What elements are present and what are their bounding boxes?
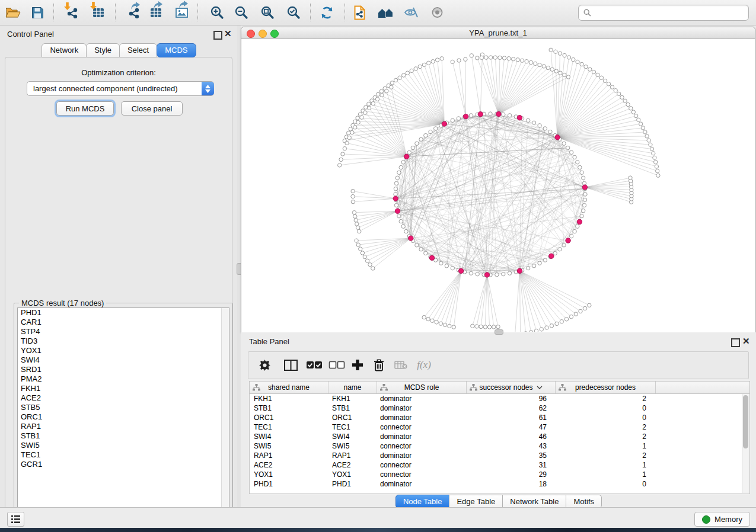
create-column-plus-icon[interactable] (350, 356, 365, 374)
control-panel: Control Panel ✕ NetworkStyleSelectMCDS O… (0, 25, 238, 507)
mcds-result-item: SWI4 (18, 355, 229, 365)
optimization-criterion-label: Optimization criterion: (5, 68, 232, 77)
table-row[interactable]: SWI5SWI5connector431 (250, 441, 749, 451)
table-row[interactable]: FKH1FKH1dominator962 (250, 394, 749, 403)
mcds-result-list[interactable]: PHD1CAR1STP4TID3YOX1SWI4SRD1PMA2FKH1ACE2… (17, 307, 229, 520)
cell-successor-nodes: 47 (465, 422, 553, 432)
table-row[interactable]: SWI4SWI4dominator462 (250, 432, 749, 441)
table-scrollbar-thumb[interactable] (743, 395, 748, 448)
import-table-icon[interactable] (88, 2, 109, 23)
mcds-result-group: MCDS result (17 nodes) PHD1CAR1STP4TID3Y… (14, 303, 233, 523)
table-row[interactable]: ACE2ACE2connector311 (250, 460, 749, 470)
table-row[interactable]: ORC1ORC1dominator610 (250, 413, 749, 422)
column-header-filler (656, 382, 749, 393)
tab-style[interactable]: Style (86, 43, 120, 57)
delete-column-trash-icon[interactable] (372, 356, 386, 374)
column-header-shared-name[interactable]: shared name (250, 382, 328, 393)
table-scrollbar[interactable] (742, 394, 749, 493)
table-row[interactable]: TEC1TEC1connector472 (250, 422, 749, 432)
column-header-successor-nodes[interactable]: successor nodes (467, 382, 556, 393)
optimization-criterion-select[interactable]: largest connected component (undirected) (27, 81, 214, 96)
close-panel-button[interactable]: ✕ (224, 28, 232, 39)
task-history-button[interactable] (7, 512, 24, 527)
mcds-result-item: SRD1 (18, 365, 229, 374)
node-table: shared namenameMCDS rolesuccessor nodesp… (249, 381, 750, 494)
optimization-criterion-value: largest connected component (undirected) (27, 84, 202, 93)
mcds-result-item: STP4 (18, 327, 229, 336)
delete-table-icon (393, 356, 409, 374)
cell-successor-nodes: 61 (465, 413, 553, 422)
tab-motifs[interactable]: Motifs (566, 495, 602, 508)
export-network-icon[interactable] (123, 2, 145, 23)
deselect-all-icon[interactable] (327, 356, 346, 374)
tab-network[interactable]: Network (42, 43, 87, 57)
mcds-result-item: PMA2 (18, 374, 229, 384)
toolbar-separator (197, 4, 198, 21)
search-icon (583, 9, 591, 17)
column-header-MCDS-role[interactable]: MCDS role (377, 382, 467, 393)
cell-predecessor-nodes: 0 (553, 413, 653, 422)
close-panel-button-2[interactable]: Close panel (121, 101, 183, 116)
cell-MCDS-role: dominator (376, 432, 465, 441)
column-header-name[interactable]: name (328, 382, 377, 393)
cell-successor-nodes: 96 (465, 394, 553, 403)
export-image-icon[interactable] (171, 2, 192, 23)
zoom-selected-icon[interactable] (283, 2, 304, 23)
cell-shared-name: TEC1 (250, 422, 328, 432)
table-row[interactable]: STB1STB1dominator620 (250, 403, 749, 413)
tab-network-table[interactable]: Network Table (502, 495, 566, 508)
table-panel-float-button[interactable] (731, 338, 740, 347)
toolbar-separator (344, 4, 345, 21)
cell-MCDS-role: dominator (376, 403, 465, 413)
tab-node-table[interactable]: Node Table (395, 495, 450, 508)
mcds-list-scrollbar[interactable] (221, 308, 229, 519)
horizontal-splitter-grip[interactable] (495, 329, 503, 335)
zoom-in-icon[interactable] (206, 2, 228, 23)
show-columns-icon[interactable] (282, 356, 299, 374)
run-mcds-button[interactable]: Run MCDS (56, 101, 114, 116)
select-all-icon[interactable] (305, 356, 324, 374)
table-panel-title: Table Panel (249, 337, 289, 346)
table-settings-gear-icon[interactable] (257, 356, 272, 374)
first-neighbors-icon[interactable] (375, 2, 396, 23)
open-file-icon[interactable] (2, 2, 24, 23)
tab-select[interactable]: Select (119, 43, 157, 57)
refresh-icon[interactable] (316, 2, 337, 23)
network-file-icon[interactable] (349, 2, 370, 23)
control-panel-tabs: NetworkStyleSelectMCDS (0, 43, 237, 57)
memory-status-icon (702, 515, 710, 524)
tab-edge-table[interactable]: Edge Table (449, 495, 503, 508)
export-table-icon[interactable] (145, 2, 167, 23)
tab-mcds[interactable]: MCDS (157, 43, 196, 57)
memory-button[interactable]: Memory (694, 512, 750, 527)
cell-predecessor-nodes: 1 (553, 470, 653, 479)
cell-MCDS-role: dominator (376, 413, 465, 422)
table-row[interactable]: RAP1RAP1dominator352 (250, 451, 749, 460)
import-network-icon[interactable] (62, 2, 83, 23)
show-all-eye-icon (426, 2, 448, 23)
network-window-titlebar[interactable]: YPA_prune.txt_1 (241, 27, 755, 39)
cell-MCDS-role: connector (376, 460, 465, 470)
zoom-out-icon[interactable] (231, 2, 252, 23)
column-header-predecessor-nodes[interactable]: predecessor nodes (556, 382, 656, 393)
cell-MCDS-role: connector (376, 441, 465, 451)
cell-MCDS-role: connector (376, 422, 465, 432)
control-panel-title: Control Panel (7, 30, 54, 39)
table-row[interactable]: PHD1PHD1dominator180 (250, 479, 749, 489)
cell-successor-nodes: 29 (465, 470, 553, 479)
mcds-result-item: RAP1 (18, 422, 229, 431)
hide-selected-icon[interactable] (400, 2, 422, 23)
float-panel-button[interactable] (213, 31, 222, 40)
zoom-fit-icon[interactable] (257, 2, 278, 23)
column-tree-icon (559, 384, 566, 391)
toolbar-separator (53, 4, 54, 21)
network-canvas[interactable] (241, 39, 754, 332)
table-panel-close-button[interactable]: ✕ (742, 336, 750, 347)
save-icon[interactable] (27, 2, 48, 23)
mcds-result-title: MCDS result (17 nodes) (19, 299, 106, 307)
network-window-title: YPA_prune.txt_1 (241, 28, 755, 37)
cell-predecessor-nodes: 2 (553, 422, 653, 432)
memory-label: Memory (714, 515, 742, 524)
table-row[interactable]: YOX1YOX1connector291 (250, 470, 749, 479)
search-input[interactable] (591, 7, 748, 19)
